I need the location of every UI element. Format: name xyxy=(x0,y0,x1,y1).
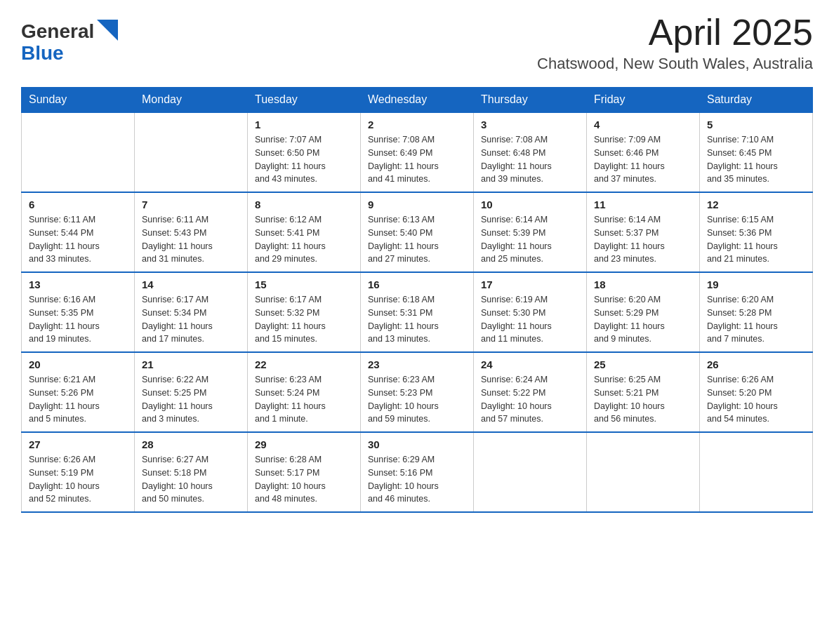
calendar-week-row: 13Sunrise: 6:16 AM Sunset: 5:35 PM Dayli… xyxy=(22,272,813,352)
day-number: 9 xyxy=(368,199,466,210)
day-number: 8 xyxy=(255,199,353,210)
day-number: 22 xyxy=(255,358,353,370)
calendar-cell: 16Sunrise: 6:18 AM Sunset: 5:31 PM Dayli… xyxy=(361,272,474,352)
calendar-cell: 12Sunrise: 6:15 AM Sunset: 5:36 PM Dayli… xyxy=(700,192,813,272)
calendar-cell: 30Sunrise: 6:29 AM Sunset: 5:16 PM Dayli… xyxy=(361,432,474,512)
day-number: 19 xyxy=(707,279,805,290)
day-info: Sunrise: 6:19 AM Sunset: 5:30 PM Dayligh… xyxy=(481,293,579,346)
calendar-cell: 20Sunrise: 6:21 AM Sunset: 5:26 PM Dayli… xyxy=(22,352,135,432)
calendar-day-header: Tuesday xyxy=(248,88,361,113)
day-info: Sunrise: 6:29 AM Sunset: 5:16 PM Dayligh… xyxy=(368,453,466,506)
day-number: 16 xyxy=(368,279,466,290)
calendar-cell: 19Sunrise: 6:20 AM Sunset: 5:28 PM Dayli… xyxy=(700,272,813,352)
calendar-cell: 2Sunrise: 7:08 AM Sunset: 6:49 PM Daylig… xyxy=(361,112,474,192)
svg-marker-0 xyxy=(97,20,118,41)
calendar-cell: 1Sunrise: 7:07 AM Sunset: 6:50 PM Daylig… xyxy=(248,112,361,192)
calendar-cell: 15Sunrise: 6:17 AM Sunset: 5:32 PM Dayli… xyxy=(248,272,361,352)
day-info: Sunrise: 6:14 AM Sunset: 5:37 PM Dayligh… xyxy=(594,213,692,266)
calendar-cell: 24Sunrise: 6:24 AM Sunset: 5:22 PM Dayli… xyxy=(474,352,587,432)
location-subtitle: Chatswood, New South Wales, Australia xyxy=(537,55,813,73)
day-number: 27 xyxy=(29,438,127,450)
day-number: 28 xyxy=(142,438,240,450)
day-number: 20 xyxy=(29,358,127,370)
calendar-cell: 14Sunrise: 6:17 AM Sunset: 5:34 PM Dayli… xyxy=(135,272,248,352)
calendar-cell: 18Sunrise: 6:20 AM Sunset: 5:29 PM Dayli… xyxy=(587,272,700,352)
calendar-week-row: 20Sunrise: 6:21 AM Sunset: 5:26 PM Dayli… xyxy=(22,352,813,432)
calendar-cell xyxy=(587,432,700,512)
calendar-day-header: Sunday xyxy=(22,88,135,113)
day-number: 5 xyxy=(707,119,805,130)
calendar-week-row: 6Sunrise: 6:11 AM Sunset: 5:44 PM Daylig… xyxy=(22,192,813,272)
day-number: 21 xyxy=(142,358,240,370)
day-info: Sunrise: 7:08 AM Sunset: 6:49 PM Dayligh… xyxy=(368,133,466,186)
day-info: Sunrise: 6:28 AM Sunset: 5:17 PM Dayligh… xyxy=(255,453,353,506)
calendar-cell: 21Sunrise: 6:22 AM Sunset: 5:25 PM Dayli… xyxy=(135,352,248,432)
calendar-cell: 17Sunrise: 6:19 AM Sunset: 5:30 PM Dayli… xyxy=(474,272,587,352)
day-number: 17 xyxy=(481,279,579,290)
day-info: Sunrise: 6:16 AM Sunset: 5:35 PM Dayligh… xyxy=(29,293,127,346)
logo-blue-text: Blue xyxy=(21,43,118,65)
calendar-cell: 9Sunrise: 6:13 AM Sunset: 5:40 PM Daylig… xyxy=(361,192,474,272)
logo-arrow-icon xyxy=(97,20,118,41)
calendar-day-header: Wednesday xyxy=(361,88,474,113)
calendar-cell xyxy=(700,432,813,512)
day-info: Sunrise: 6:12 AM Sunset: 5:41 PM Dayligh… xyxy=(255,213,353,266)
day-info: Sunrise: 6:27 AM Sunset: 5:18 PM Dayligh… xyxy=(142,453,240,506)
day-number: 4 xyxy=(594,119,692,130)
calendar-cell: 13Sunrise: 6:16 AM Sunset: 5:35 PM Dayli… xyxy=(22,272,135,352)
day-number: 26 xyxy=(707,358,805,370)
calendar-cell: 6Sunrise: 6:11 AM Sunset: 5:44 PM Daylig… xyxy=(22,192,135,272)
day-number: 24 xyxy=(481,358,579,370)
calendar-cell: 27Sunrise: 6:26 AM Sunset: 5:19 PM Dayli… xyxy=(22,432,135,512)
calendar-week-row: 1Sunrise: 7:07 AM Sunset: 6:50 PM Daylig… xyxy=(22,112,813,192)
calendar-cell: 4Sunrise: 7:09 AM Sunset: 6:46 PM Daylig… xyxy=(587,112,700,192)
day-info: Sunrise: 7:07 AM Sunset: 6:50 PM Dayligh… xyxy=(255,133,353,186)
calendar-cell xyxy=(474,432,587,512)
calendar-day-header: Thursday xyxy=(474,88,587,113)
day-number: 14 xyxy=(142,279,240,290)
day-info: Sunrise: 6:17 AM Sunset: 5:32 PM Dayligh… xyxy=(255,293,353,346)
day-info: Sunrise: 6:20 AM Sunset: 5:28 PM Dayligh… xyxy=(707,293,805,346)
day-info: Sunrise: 6:23 AM Sunset: 5:23 PM Dayligh… xyxy=(368,373,466,426)
day-info: Sunrise: 6:26 AM Sunset: 5:20 PM Dayligh… xyxy=(707,373,805,426)
day-number: 29 xyxy=(255,438,353,450)
day-info: Sunrise: 6:24 AM Sunset: 5:22 PM Dayligh… xyxy=(481,373,579,426)
day-info: Sunrise: 7:09 AM Sunset: 6:46 PM Dayligh… xyxy=(594,133,692,186)
calendar-cell: 22Sunrise: 6:23 AM Sunset: 5:24 PM Dayli… xyxy=(248,352,361,432)
day-info: Sunrise: 6:15 AM Sunset: 5:36 PM Dayligh… xyxy=(707,213,805,266)
day-info: Sunrise: 6:13 AM Sunset: 5:40 PM Dayligh… xyxy=(368,213,466,266)
day-info: Sunrise: 6:14 AM Sunset: 5:39 PM Dayligh… xyxy=(481,213,579,266)
day-info: Sunrise: 6:11 AM Sunset: 5:44 PM Dayligh… xyxy=(29,213,127,266)
calendar-table: SundayMondayTuesdayWednesdayThursdayFrid… xyxy=(21,87,813,513)
day-number: 7 xyxy=(142,199,240,210)
day-info: Sunrise: 6:21 AM Sunset: 5:26 PM Dayligh… xyxy=(29,373,127,426)
day-number: 15 xyxy=(255,279,353,290)
calendar-cell: 26Sunrise: 6:26 AM Sunset: 5:20 PM Dayli… xyxy=(700,352,813,432)
day-info: Sunrise: 7:08 AM Sunset: 6:48 PM Dayligh… xyxy=(481,133,579,186)
calendar-cell: 23Sunrise: 6:23 AM Sunset: 5:23 PM Dayli… xyxy=(361,352,474,432)
calendar-cell: 3Sunrise: 7:08 AM Sunset: 6:48 PM Daylig… xyxy=(474,112,587,192)
calendar-cell: 10Sunrise: 6:14 AM Sunset: 5:39 PM Dayli… xyxy=(474,192,587,272)
day-info: Sunrise: 7:10 AM Sunset: 6:45 PM Dayligh… xyxy=(707,133,805,186)
calendar-cell: 28Sunrise: 6:27 AM Sunset: 5:18 PM Dayli… xyxy=(135,432,248,512)
page-header: General Blue April 2025 Chatswood, New S… xyxy=(21,14,813,73)
month-title: April 2025 xyxy=(537,14,813,51)
day-info: Sunrise: 6:20 AM Sunset: 5:29 PM Dayligh… xyxy=(594,293,692,346)
day-number: 2 xyxy=(368,119,466,130)
calendar-cell: 5Sunrise: 7:10 AM Sunset: 6:45 PM Daylig… xyxy=(700,112,813,192)
day-number: 23 xyxy=(368,358,466,370)
day-number: 11 xyxy=(594,199,692,210)
day-number: 30 xyxy=(368,438,466,450)
calendar-day-header: Saturday xyxy=(700,88,813,113)
calendar-cell xyxy=(135,112,248,192)
calendar-cell: 25Sunrise: 6:25 AM Sunset: 5:21 PM Dayli… xyxy=(587,352,700,432)
day-number: 6 xyxy=(29,199,127,210)
logo-general-text: General xyxy=(21,21,94,43)
calendar-cell: 11Sunrise: 6:14 AM Sunset: 5:37 PM Dayli… xyxy=(587,192,700,272)
day-info: Sunrise: 6:17 AM Sunset: 5:34 PM Dayligh… xyxy=(142,293,240,346)
calendar-cell: 29Sunrise: 6:28 AM Sunset: 5:17 PM Dayli… xyxy=(248,432,361,512)
day-number: 13 xyxy=(29,279,127,290)
calendar-week-row: 27Sunrise: 6:26 AM Sunset: 5:19 PM Dayli… xyxy=(22,432,813,512)
day-info: Sunrise: 6:18 AM Sunset: 5:31 PM Dayligh… xyxy=(368,293,466,346)
calendar-cell: 8Sunrise: 6:12 AM Sunset: 5:41 PM Daylig… xyxy=(248,192,361,272)
